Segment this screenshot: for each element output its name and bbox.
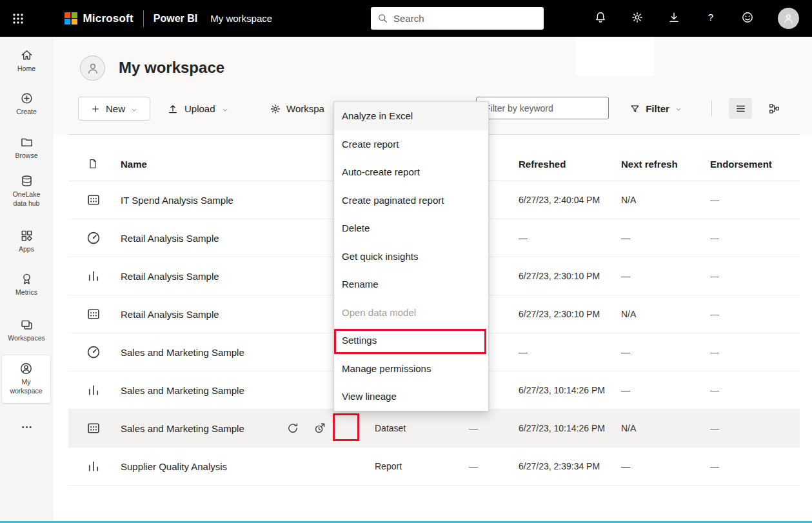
help-icon: ? [704,11,717,24]
sidebar-item-onelake-data-hub[interactable]: OneLakedata hub [0,174,53,208]
search-icon [377,13,388,24]
sidebar-item-label: Apps [19,245,34,254]
global-search[interactable] [371,7,544,30]
menu-item-manage-permissions[interactable]: Manage permissions [334,355,488,383]
menu-item-auto-create-report[interactable]: Auto-create report [334,158,488,186]
menu-item-delete[interactable]: Delete [334,214,488,242]
sidebar-item-label: Browse [15,152,37,161]
person-icon [782,12,795,25]
sidebar-item-metrics[interactable]: Metrics [0,272,53,297]
menu-item-open-data-model: Open data model [334,299,488,327]
item-endorsement: — [710,233,719,243]
list-view-button[interactable] [729,98,752,119]
help-button[interactable]: ? [704,11,717,26]
topbar-workspace-name: My workspace [210,13,272,24]
menu-item-create-paginated-report[interactable]: Create paginated report [334,186,488,215]
sidebar-item-label: Myworkspace [10,378,42,395]
item-next-refresh: N/A [621,309,636,319]
search-input[interactable] [393,13,537,24]
more-icon[interactable] [342,422,355,435]
column-header-refreshed[interactable]: Refreshed [519,159,566,170]
table-row[interactable]: Supplier Quality AnalysisReport—6/27/23,… [68,448,800,486]
left-navigation: HomeCreateBrowseOneLakedata hubAppsMetri… [0,37,53,521]
filter-keyword-input[interactable] [476,97,609,119]
item-name[interactable]: Sales and Marketing Sample [121,423,244,434]
powerbi-app-window: Microsoft Power BI My workspace ? HomeCr… [0,0,812,523]
menu-item-label: Create paginated report [342,195,444,206]
menu-item-analyze-in-excel[interactable]: Analyze in Excel [334,102,488,130]
item-next-refresh: N/A [621,195,636,205]
dataset-type-icon [86,306,101,322]
refresh-icon[interactable] [286,422,299,435]
list-view-icon [735,103,747,115]
sidebar-item-apps[interactable]: Apps [0,229,53,254]
microsoft-squares-icon [64,12,77,25]
menu-item-settings[interactable]: Settings [334,326,488,355]
item-endorsement: — [710,271,719,281]
menu-item-label: Settings [342,335,377,346]
more-h-icon [20,420,34,434]
settings-button[interactable] [631,11,644,26]
menu-item-create-report[interactable]: Create report [334,130,488,159]
notifications-button[interactable] [594,11,607,26]
sidebar-item-browse[interactable]: Browse [0,135,53,161]
item-refreshed: 6/27/23, 2:30:10 PM [519,309,600,319]
item-dash-cell: — [469,461,478,471]
item-name[interactable]: Sales and Marketing Sample [121,347,244,358]
feedback-button[interactable] [741,11,754,26]
app-launcher-button[interactable] [0,0,36,37]
item-refreshed: 6/27/23, 10:14:26 PM [519,385,605,395]
workspace-settings-label: Workspa [286,103,324,114]
report-type-icon [86,268,101,284]
account-avatar[interactable] [778,8,799,29]
menu-item-view-lineage[interactable]: View lineage [334,382,488,411]
item-next-refresh: — [621,347,630,357]
microsoft-logo[interactable]: Microsoft [64,12,134,25]
filter-button[interactable]: Filter [617,97,695,120]
download-button[interactable] [668,11,680,26]
document-icon [87,158,99,170]
item-name[interactable]: Supplier Quality Analysis [121,461,227,472]
item-refreshed: — [519,347,528,357]
sidebar-item-label: OneLakedata hub [13,190,41,208]
sidebar-item-more[interactable] [0,420,53,434]
column-header-next-refresh[interactable]: Next refresh [621,159,678,170]
sidebar-item-create[interactable]: Create [0,92,53,117]
item-name[interactable]: Retail Analysis Sample [121,271,219,282]
item-name[interactable]: Retail Analysis Sample [121,309,219,320]
lineage-view-button[interactable] [762,98,786,119]
sidebar-item-home[interactable]: Home [0,48,53,74]
metrics-icon [20,272,34,286]
table-row[interactable]: Sales and Marketing SampleDataset—6/27/2… [68,410,800,448]
menu-item-rename[interactable]: Rename [334,270,488,299]
item-endorsement: — [710,423,719,433]
item-context-menu: Analyze in ExcelCreate reportAuto-create… [333,101,489,411]
item-name[interactable]: IT Spend Analysis Sample [121,195,233,206]
upload-icon [167,103,179,115]
column-header-endorsement[interactable]: Endorsement [710,159,772,170]
workspace-settings-button[interactable]: Workspa [270,97,334,121]
item-name[interactable]: Sales and Marketing Sample [121,385,244,396]
item-name[interactable]: Retail Analysis Sample [121,233,219,244]
item-endorsement: — [710,347,719,357]
menu-item-label: Create report [342,139,399,150]
item-type: Dataset [375,423,406,433]
filter-button-label: Filter [646,103,669,114]
new-button[interactable]: New [78,97,150,121]
product-name[interactable]: Power BI [153,13,197,25]
item-type: Report [375,461,402,471]
upload-button[interactable]: Upload [167,97,229,121]
dashboard-type-icon [86,344,101,360]
plus-icon [90,104,101,114]
column-header-name[interactable]: Name [121,159,147,170]
menu-item-get-quick-insights[interactable]: Get quick insights [334,242,488,271]
sidebar-item-workspaces[interactable]: Workspaces [0,318,53,343]
scheduled-refresh-icon[interactable] [313,422,326,435]
sidebar-item-label: Home [17,64,35,74]
workspace-avatar [80,55,105,81]
item-next-refresh: N/A [621,423,636,433]
upload-button-label: Upload [184,103,215,114]
sidebar-item-my-workspace[interactable]: Myworkspace [2,355,50,403]
workspaces-icon [20,318,34,331]
item-next-refresh: — [621,233,630,243]
